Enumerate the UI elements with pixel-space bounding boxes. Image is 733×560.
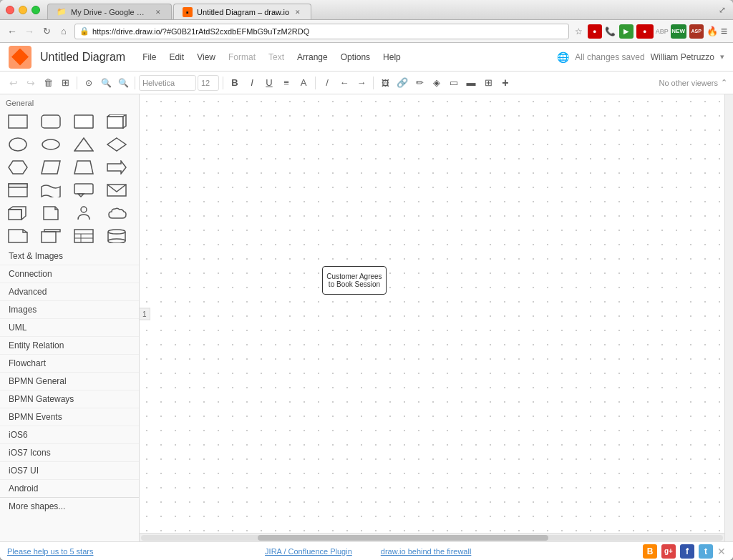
vertical-scrollbar[interactable]	[724, 94, 733, 541]
sidebar-advanced[interactable]: Advanced	[0, 283, 139, 300]
sidebar-bpmn-gateways[interactable]: BPMN Gateways	[0, 390, 139, 408]
home-button[interactable]: ⌂	[57, 25, 70, 38]
zoom-fit-button[interactable]: 🔍	[98, 75, 114, 91]
menu-file[interactable]: File	[137, 49, 162, 65]
chrome-menu-button[interactable]: ≡	[721, 25, 727, 38]
shape-person[interactable]	[70, 203, 97, 223]
horizontal-scrollbar[interactable]	[140, 533, 724, 541]
ext-icon-ad[interactable]: ABP	[656, 26, 668, 37]
drawio-tab-close[interactable]: ✕	[293, 8, 302, 16]
drive-tab-close[interactable]: ✕	[154, 8, 162, 16]
shape-arrow-right[interactable]	[103, 157, 130, 177]
shape-box-3d[interactable]	[37, 226, 64, 246]
shape-page-corner[interactable]	[4, 226, 31, 246]
shape-file[interactable]	[37, 203, 64, 223]
shape-parallelogram[interactable]	[37, 157, 64, 177]
shape-rect-rounded[interactable]	[37, 112, 64, 132]
close-window-button[interactable]	[6, 6, 14, 14]
menu-arrange[interactable]: Arrange	[291, 49, 334, 65]
ext-icon-red2[interactable]: ●	[636, 24, 654, 39]
forward-button[interactable]: →	[23, 25, 36, 38]
sidebar-connection[interactable]: Connection	[0, 265, 139, 283]
bookmark-icon[interactable]: ☆	[573, 26, 585, 37]
shape-triangle[interactable]	[70, 134, 97, 154]
rect-button[interactable]: ▭	[446, 75, 462, 91]
redo-button[interactable]: ↪	[23, 75, 39, 91]
sidebar-flowchart[interactable]: Flowchart	[0, 354, 139, 372]
viewers-collapse-icon[interactable]: ⌃	[721, 78, 727, 87]
shape-rect-shadow[interactable]	[70, 112, 97, 132]
align-button[interactable]: ≡	[278, 75, 294, 91]
menu-view[interactable]: View	[191, 49, 221, 65]
fill-button[interactable]: ◈	[429, 75, 445, 91]
sidebar-text-images[interactable]: Text & Images	[0, 247, 139, 265]
font-size-selector[interactable]: 12	[198, 75, 219, 91]
sidebar-android[interactable]: Android	[0, 479, 139, 497]
footer-close-button[interactable]: ✕	[717, 546, 726, 557]
facebook-icon[interactable]: f	[680, 544, 694, 559]
line-button[interactable]: /	[319, 75, 335, 91]
shape-trapezoid[interactable]	[70, 157, 97, 177]
ext-icon-new[interactable]: NEW	[671, 24, 686, 39]
fullscreen-icon[interactable]: ⤢	[717, 5, 727, 15]
ext-icon-flame[interactable]: 🔥	[707, 26, 718, 37]
shape-callout[interactable]	[70, 180, 97, 200]
blogger-icon[interactable]: B	[643, 544, 657, 559]
search-button[interactable]: 🔍	[115, 75, 131, 91]
tab-drawio[interactable]: ▪ Untitled Diagram – draw.io ✕	[173, 4, 311, 19]
minimize-window-button[interactable]	[19, 6, 27, 14]
maximize-window-button[interactable]	[31, 6, 40, 14]
shape-envelope[interactable]	[103, 180, 130, 200]
scrollbar-thumb[interactable]	[258, 535, 549, 541]
menu-text[interactable]: Text	[263, 49, 290, 65]
ext-icon-asp[interactable]: ASP	[689, 24, 704, 39]
zoom-reset-button[interactable]: ⊙	[81, 75, 97, 91]
shape-ellipse[interactable]	[37, 134, 64, 154]
delete-button[interactable]: 🗑	[40, 75, 56, 91]
sidebar-ios7-icons[interactable]: iOS7 Icons	[0, 443, 139, 461]
diagram-node[interactable]: Customer Agrees to Book Session	[322, 266, 387, 295]
shape-table[interactable]	[70, 226, 97, 246]
menu-edit[interactable]: Edit	[164, 49, 190, 65]
shape-cloud[interactable]	[103, 203, 130, 223]
firewall-link[interactable]: draw.io behind the firewall	[381, 547, 472, 556]
text-size-button[interactable]: A	[296, 75, 311, 91]
refresh-button[interactable]: ↻	[40, 25, 53, 38]
bold-button[interactable]: B	[227, 75, 243, 91]
undo-button[interactable]: ↩	[6, 75, 21, 91]
shape-diamond[interactable]	[103, 134, 130, 154]
back-button[interactable]: ←	[6, 25, 19, 38]
menu-help[interactable]: Help	[377, 49, 407, 65]
shape-rect-3d[interactable]	[103, 112, 130, 132]
arrow-right-button[interactable]: →	[354, 75, 369, 91]
shape-note[interactable]	[4, 180, 31, 200]
twitter-icon[interactable]: t	[699, 544, 713, 559]
shape-wave[interactable]	[37, 180, 64, 200]
table-button[interactable]: ⊞	[480, 75, 496, 91]
help-stars-link[interactable]: Please help us to 5 stars	[7, 547, 93, 556]
user-menu-arrow[interactable]: ▾	[720, 52, 724, 62]
globe-icon[interactable]: 🌐	[557, 51, 569, 63]
gplus-icon[interactable]: g+	[661, 544, 676, 559]
image-button[interactable]: 🖼	[377, 75, 393, 91]
shape-hexagon[interactable]	[4, 157, 31, 177]
shape-rect[interactable]	[4, 112, 31, 132]
shape-cylinder[interactable]	[103, 226, 130, 246]
sidebar-ios7-ui[interactable]: iOS7 UI	[0, 461, 139, 479]
add-button[interactable]: +	[497, 75, 513, 91]
more-shapes-button[interactable]: More shapes...	[0, 497, 139, 515]
jira-link[interactable]: JIRA / Confluence Plugin	[265, 547, 352, 556]
url-bar[interactable]: 🔒 https://drive.draw.io/?#G0B21rAtdS2cxd…	[74, 24, 569, 39]
canvas-area[interactable]: 1 Customer Agrees to Book Session	[140, 94, 724, 533]
menu-format[interactable]: Format	[223, 49, 261, 65]
font-name-selector[interactable]: Helvetica	[139, 75, 196, 91]
italic-button[interactable]: I	[244, 75, 260, 91]
ext-icon-green[interactable]: ▶	[619, 24, 634, 39]
ext-phone-icon[interactable]: 📞	[605, 26, 616, 37]
sidebar-entity-relation[interactable]: Entity Relation	[0, 336, 139, 354]
sidebar-ios6[interactable]: iOS6	[0, 426, 139, 443]
ext-icon-red[interactable]: ●	[588, 24, 602, 39]
sidebar-images[interactable]: Images	[0, 300, 139, 318]
link-button[interactable]: 🔗	[394, 75, 410, 91]
sidebar-bpmn-events[interactable]: BPMN Events	[0, 408, 139, 426]
